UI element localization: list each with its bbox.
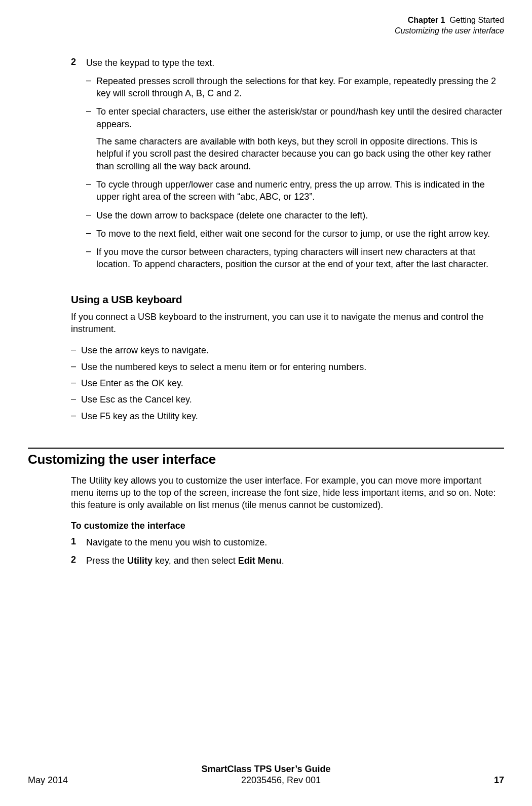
footer-page-number: 17 bbox=[494, 775, 504, 786]
dash-icon: – bbox=[86, 246, 96, 271]
page: Chapter 1 Getting Started Customizing th… bbox=[0, 0, 532, 806]
customizing-heading: Customizing the user interface bbox=[28, 452, 504, 467]
dash-icon: – bbox=[71, 377, 81, 389]
list-text: To enter special characters, use either … bbox=[96, 105, 504, 172]
list-item: – Use Esc as the Cancel key. bbox=[71, 393, 504, 406]
chapter-line: Chapter 1 Getting Started bbox=[28, 15, 504, 26]
list-item: – To move to the next field, either wait… bbox=[86, 228, 504, 240]
dash-icon: – bbox=[71, 393, 81, 406]
step2-mid: key, and then select bbox=[153, 556, 238, 566]
list-item: – If you move the cursor between charact… bbox=[86, 246, 504, 271]
list-item: – Use Enter as the OK key. bbox=[71, 377, 504, 389]
list-text: Use the numbered keys to select a menu i… bbox=[81, 361, 366, 373]
list-text-continue: The same characters are available with b… bbox=[96, 135, 504, 172]
list-item: – To enter special characters, use eithe… bbox=[86, 105, 504, 172]
list-text: Use the down arrow to backspace (delete … bbox=[96, 209, 368, 222]
list-item: – Use F5 key as the Utility key. bbox=[71, 410, 504, 422]
dash-icon: – bbox=[86, 228, 96, 240]
customize-block: The Utility key allows you to customize … bbox=[71, 474, 504, 567]
page-footer: SmartClass TPS User’s Guide May 2014 220… bbox=[28, 763, 504, 786]
customize-intro: The Utility key allows you to customize … bbox=[71, 474, 504, 511]
step-row: 2 Use the keypad to type the text. bbox=[71, 57, 504, 69]
list-item: – To cycle through upper/lower case and … bbox=[86, 178, 504, 203]
dash-icon: – bbox=[71, 361, 81, 373]
dash-icon: – bbox=[71, 344, 81, 356]
chapter-title: Getting Started bbox=[449, 16, 504, 24]
dash-icon: – bbox=[71, 410, 81, 422]
usb-bullet-list: – Use the arrow keys to navigate. – Use … bbox=[71, 344, 504, 422]
step-text: Use the keypad to type the text. bbox=[86, 57, 214, 69]
usb-intro: If you connect a USB keyboard to the ins… bbox=[71, 311, 504, 336]
step2-prefix: Press the bbox=[86, 556, 127, 566]
list-item: – Use the arrow keys to navigate. bbox=[71, 344, 504, 356]
list-text: Use Esc as the Cancel key. bbox=[81, 393, 192, 406]
step-row: 1 Navigate to the menu you wish to custo… bbox=[71, 536, 504, 548]
header-section-title: Customizing the user interface bbox=[28, 26, 504, 36]
footer-guide-title: SmartClass TPS User’s Guide bbox=[28, 763, 504, 775]
step-2-block: 2 Use the keypad to type the text. – Rep… bbox=[71, 57, 504, 422]
edit-menu-label: Edit Menu bbox=[238, 556, 282, 566]
list-item: – Use the numbered keys to select a menu… bbox=[71, 361, 504, 373]
footer-date: May 2014 bbox=[28, 775, 68, 786]
footer-docnum: 22035456, Rev 001 bbox=[241, 775, 321, 786]
chapter-label: Chapter 1 bbox=[408, 16, 445, 24]
step-number: 1 bbox=[71, 536, 86, 548]
step-number: 2 bbox=[71, 57, 86, 69]
list-text: Use F5 key as the Utility key. bbox=[81, 410, 198, 422]
dash-icon: – bbox=[86, 209, 96, 222]
page-header: Chapter 1 Getting Started Customizing th… bbox=[28, 15, 504, 36]
list-text: To cycle through upper/lower case and nu… bbox=[96, 178, 504, 203]
step-number: 2 bbox=[71, 555, 86, 567]
list-text: If you move the cursor between character… bbox=[96, 246, 504, 271]
step2-bullet-list: – Repeated presses scroll through the se… bbox=[86, 75, 504, 271]
step-row: 2 Press the Utility key, and then select… bbox=[71, 555, 504, 567]
step-text: Navigate to the menu you wish to customi… bbox=[86, 536, 267, 548]
usb-keyboard-heading: Using a USB keyboard bbox=[71, 294, 504, 306]
list-item: – Repeated presses scroll through the se… bbox=[86, 75, 504, 100]
list-text: Use the arrow keys to navigate. bbox=[81, 344, 209, 356]
dash-icon: – bbox=[86, 178, 96, 203]
utility-key-label: Utility bbox=[127, 556, 153, 566]
list-item: – Use the down arrow to backspace (delet… bbox=[86, 209, 504, 222]
step2-suffix: . bbox=[282, 556, 284, 566]
list-text: Repeated presses scroll through the sele… bbox=[96, 75, 504, 100]
section-divider bbox=[28, 448, 504, 449]
dash-icon: – bbox=[86, 105, 96, 172]
customize-subheading: To customize the interface bbox=[71, 521, 504, 531]
list-text: To move to the next field, either wait o… bbox=[96, 228, 490, 240]
list-text: Use Enter as the OK key. bbox=[81, 377, 183, 389]
dash-icon: – bbox=[86, 75, 96, 100]
list-text-main: To enter special characters, use either … bbox=[96, 105, 504, 130]
step-text: Press the Utility key, and then select E… bbox=[86, 555, 284, 567]
